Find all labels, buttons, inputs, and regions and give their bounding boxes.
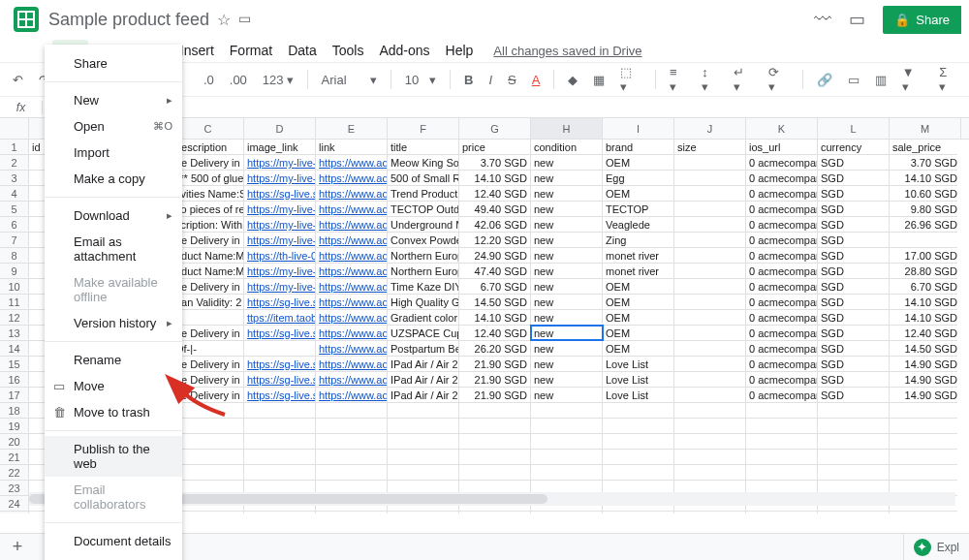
cell[interactable] — [674, 341, 746, 356]
cell[interactable]: brand — [603, 140, 674, 154]
file-publish[interactable]: Publish to the web — [45, 436, 182, 477]
cell[interactable]: new — [531, 310, 603, 325]
cell[interactable]: new — [531, 233, 603, 247]
row-header[interactable]: 1 — [0, 140, 29, 154]
cell[interactable] — [674, 295, 746, 309]
cell[interactable]: Zing — [603, 233, 674, 247]
cell[interactable]: OEM — [603, 186, 674, 201]
col-M[interactable]: M — [890, 118, 961, 139]
cell[interactable] — [316, 465, 388, 480]
cell[interactable]: 0 acmecompany:// — [746, 326, 818, 340]
cell[interactable]: Meow King Soutl — [388, 155, 459, 170]
cell[interactable]: SGD — [818, 310, 890, 325]
comment-button[interactable]: ▭ — [843, 69, 864, 91]
row-header[interactable]: 23 — [0, 481, 29, 495]
cell[interactable] — [459, 512, 531, 513]
cell[interactable]: https://sg-live.sla — [244, 388, 316, 402]
cell[interactable] — [244, 403, 316, 418]
share-button[interactable]: 🔒 Share — [883, 6, 961, 34]
file-doc-details[interactable]: Document details — [45, 528, 182, 554]
cell[interactable] — [674, 202, 746, 216]
cell[interactable]: ee Delivery in : — [172, 357, 244, 371]
move-folder-icon[interactable]: ▭ — [238, 11, 251, 29]
cell[interactable]: Northern Europe — [388, 264, 459, 278]
cell[interactable]: https://www.acme — [316, 155, 388, 170]
cell[interactable]: https://my-live-02 — [244, 233, 316, 247]
cell[interactable]: title — [388, 140, 459, 154]
cell[interactable] — [531, 512, 603, 513]
bold-button[interactable]: B — [459, 69, 478, 91]
cell[interactable] — [674, 171, 746, 185]
file-share[interactable]: Share — [45, 50, 182, 77]
row-header[interactable]: 21 — [0, 450, 29, 464]
cell[interactable] — [603, 434, 674, 449]
row-header[interactable]: 5 — [0, 202, 29, 216]
cell[interactable]: 3.70 SGD — [459, 155, 531, 170]
changes-saved[interactable]: All changes saved in Drive — [493, 44, 641, 58]
row-header[interactable]: 12 — [0, 310, 29, 325]
cell[interactable]: SGD — [818, 217, 890, 232]
file-import[interactable]: Import — [45, 140, 182, 166]
cell[interactable]: size — [674, 140, 746, 154]
cell[interactable] — [603, 512, 674, 513]
cell[interactable]: https://www.acme — [316, 202, 388, 216]
font-size[interactable]: 10▾ — [400, 69, 441, 91]
cell[interactable] — [316, 450, 388, 464]
cell[interactable] — [674, 264, 746, 278]
cell[interactable] — [388, 512, 459, 513]
cell[interactable] — [244, 450, 316, 464]
cell[interactable]: Convex Powder — [388, 233, 459, 247]
cell[interactable]: OEM — [603, 326, 674, 340]
menu-data[interactable]: Data — [281, 40, 324, 61]
cell[interactable] — [316, 512, 388, 513]
cell[interactable] — [674, 388, 746, 402]
row-header[interactable]: 10 — [0, 279, 29, 294]
cell[interactable] — [746, 419, 818, 433]
cell[interactable] — [388, 403, 459, 418]
cell[interactable]: *** 500 of glue — [172, 171, 244, 185]
cell[interactable] — [531, 465, 603, 480]
cell[interactable]: SGD — [818, 279, 890, 294]
decimal-increase[interactable]: .00 — [225, 69, 252, 91]
cell[interactable]: SGD — [818, 264, 890, 278]
cell[interactable]: new — [531, 217, 603, 232]
cell[interactable]: https://www.acme — [316, 171, 388, 185]
cell[interactable]: https://www.acme — [316, 388, 388, 402]
col-I[interactable]: I — [603, 118, 674, 139]
cell[interactable]: ee Delivery in : — [172, 388, 244, 402]
cell[interactable] — [316, 403, 388, 418]
cell[interactable]: SGD — [818, 295, 890, 309]
cell[interactable] — [459, 419, 531, 433]
cell[interactable] — [746, 465, 818, 480]
cell[interactable] — [674, 248, 746, 263]
cell[interactable]: 3.70 SGD — [890, 155, 961, 170]
cell[interactable]: new — [531, 186, 603, 201]
row-header[interactable]: 20 — [0, 434, 29, 449]
cell[interactable] — [603, 403, 674, 418]
cell[interactable]: ios_url — [746, 140, 818, 154]
cell[interactable]: https://sg-live.sla — [244, 295, 316, 309]
cell[interactable]: 21.90 SGD — [459, 372, 531, 387]
functions-button[interactable]: Σ ▾ — [934, 61, 961, 98]
cell[interactable]: 6.70 SGD — [890, 279, 961, 294]
cell[interactable]: 21.90 SGD — [459, 357, 531, 371]
cell[interactable] — [818, 434, 890, 449]
cell[interactable] — [459, 434, 531, 449]
cell[interactable]: new — [531, 388, 603, 402]
cell[interactable]: Northern Europe — [388, 248, 459, 263]
cell[interactable] — [674, 465, 746, 480]
add-sheet-button[interactable]: + — [0, 537, 35, 557]
col-C[interactable]: C — [172, 118, 244, 139]
file-open[interactable]: Open⌘O — [45, 113, 182, 140]
cell[interactable] — [674, 372, 746, 387]
cell[interactable] — [818, 512, 890, 513]
cell[interactable]: Veaglede — [603, 217, 674, 232]
cell[interactable]: 0 acmecompany:// — [746, 248, 818, 263]
cell[interactable]: new — [531, 155, 603, 170]
row-header[interactable]: 16 — [0, 372, 29, 387]
cell[interactable]: new — [531, 171, 603, 185]
cell[interactable]: ee Delivery in : — [172, 279, 244, 294]
cell[interactable]: https://my-live-02 — [244, 217, 316, 232]
row-header[interactable]: 9 — [0, 264, 29, 278]
cell[interactable]: 0 acmecompany:// — [746, 295, 818, 309]
